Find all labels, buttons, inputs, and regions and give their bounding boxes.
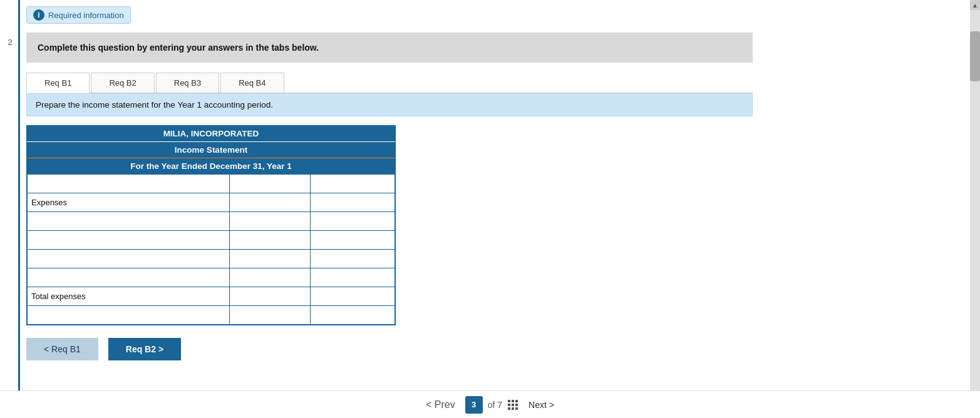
table-row	[28, 175, 395, 193]
statement-title: MILIA, INCORPORATED	[27, 126, 395, 142]
input-amount-4[interactable]	[234, 251, 306, 267]
total-pages: of 7	[488, 400, 502, 410]
input-amount-7[interactable]	[234, 307, 306, 323]
cell-label[interactable]	[28, 268, 230, 287]
table-row	[28, 231, 395, 250]
input-label-7[interactable]	[31, 307, 225, 323]
blue-instruction: Prepare the income statement for the Yea…	[26, 93, 753, 116]
total-expenses-total[interactable]	[310, 287, 395, 306]
total-expenses-label: Total expenses	[28, 287, 230, 306]
input-label-2[interactable]	[31, 213, 225, 229]
input-total-7[interactable]	[314, 307, 391, 323]
expenses-amount	[229, 193, 310, 212]
required-info-badge: i Required information	[26, 6, 131, 24]
cell-label[interactable]	[28, 212, 230, 231]
svg-rect-0	[508, 400, 510, 402]
input-total-0[interactable]	[314, 176, 391, 191]
pagination-bar: < Prev 3 of 7 Next >	[0, 390, 980, 418]
cell-total[interactable]	[310, 268, 395, 287]
cell-amount[interactable]	[229, 306, 310, 325]
cell-total[interactable]	[310, 250, 395, 268]
total-expenses-amount[interactable]	[229, 287, 310, 306]
current-page: 3	[465, 396, 483, 414]
cell-amount[interactable]	[229, 231, 310, 250]
svg-rect-4	[512, 404, 514, 406]
sidebar-number: 2	[0, 0, 20, 47]
btn-prev-req-b1[interactable]: < Req B1	[26, 338, 98, 360]
main-content: i Required information Complete this que…	[20, 0, 980, 385]
svg-rect-6	[508, 407, 510, 410]
table-row	[28, 212, 395, 231]
statement-period: For the Year Ended December 31, Year 1	[27, 158, 395, 174]
next-page-label: Next >	[529, 400, 554, 410]
svg-rect-7	[512, 407, 514, 410]
cell-total[interactable]	[310, 306, 395, 325]
tab-req-b1[interactable]: Req B1	[26, 73, 90, 93]
cell-label[interactable]	[28, 175, 230, 193]
svg-rect-5	[515, 404, 518, 406]
cell-total[interactable]	[310, 231, 395, 250]
table-row	[28, 268, 395, 287]
cell-amount[interactable]	[229, 212, 310, 231]
page-wrapper: 2 ▲ ▼ i Required information Complete th…	[0, 0, 980, 418]
table-row-total-expenses: Total expenses	[28, 287, 395, 306]
income-statement: MILIA, INCORPORATED Income Statement For…	[26, 125, 396, 325]
scrollbar-arrow-up[interactable]: ▲	[970, 0, 980, 10]
statement-subtitle: Income Statement	[27, 142, 395, 158]
required-info-text: Required information	[48, 11, 124, 20]
blue-instruction-text: Prepare the income statement for the Yea…	[36, 100, 273, 110]
scrollbar-thumb[interactable]	[970, 31, 980, 81]
svg-rect-2	[515, 400, 518, 402]
input-amount-2[interactable]	[234, 213, 306, 229]
input-amount-5[interactable]	[234, 270, 306, 285]
expenses-label: Expenses	[28, 193, 230, 212]
instruction-text: Complete this question by entering your …	[38, 43, 741, 53]
input-label-4[interactable]	[31, 251, 225, 267]
cell-amount[interactable]	[229, 175, 310, 193]
cell-label[interactable]	[28, 306, 230, 325]
input-label-5[interactable]	[31, 270, 225, 285]
prev-page-label: < Prev	[426, 399, 455, 410]
next-page-button[interactable]: Next >	[524, 397, 559, 413]
req-icon: i	[33, 9, 44, 21]
input-label-3[interactable]	[31, 232, 225, 248]
cell-label[interactable]	[28, 250, 230, 268]
svg-rect-3	[508, 404, 510, 406]
tab-req-b4[interactable]: Req B4	[220, 73, 284, 93]
right-scrollbar[interactable]: ▲ ▼	[970, 0, 980, 418]
cell-amount[interactable]	[229, 268, 310, 287]
cell-amount[interactable]	[229, 250, 310, 268]
cell-total[interactable]	[310, 212, 395, 231]
table-row	[28, 306, 395, 325]
input-amount-0[interactable]	[234, 176, 306, 191]
svg-rect-1	[512, 400, 514, 402]
prev-page-button[interactable]: < Prev	[421, 397, 460, 413]
svg-rect-8	[515, 407, 518, 410]
tab-req-b3[interactable]: Req B3	[156, 73, 219, 93]
statement-table: Expenses	[27, 174, 395, 325]
cell-total[interactable]	[310, 175, 395, 193]
instruction-box: Complete this question by entering your …	[26, 33, 753, 63]
input-total-expenses-2[interactable]	[314, 288, 391, 304]
btn-next-req-b2[interactable]: Req B2 >	[108, 338, 181, 360]
form-nav: < Req B1 Req B2 >	[26, 338, 967, 360]
input-total-expenses[interactable]	[234, 288, 306, 304]
expenses-total	[310, 193, 395, 212]
grid-icon[interactable]	[507, 399, 518, 410]
left-sidebar: 2	[0, 0, 20, 418]
cell-label[interactable]	[28, 231, 230, 250]
input-amount-3[interactable]	[234, 232, 306, 248]
table-row	[28, 250, 395, 268]
tabs-container: Req B1 Req B2 Req B3 Req B4	[26, 73, 753, 93]
input-label-0[interactable]	[31, 176, 225, 191]
tab-req-b2[interactable]: Req B2	[91, 73, 154, 93]
table-row-expenses-label: Expenses	[28, 193, 395, 212]
